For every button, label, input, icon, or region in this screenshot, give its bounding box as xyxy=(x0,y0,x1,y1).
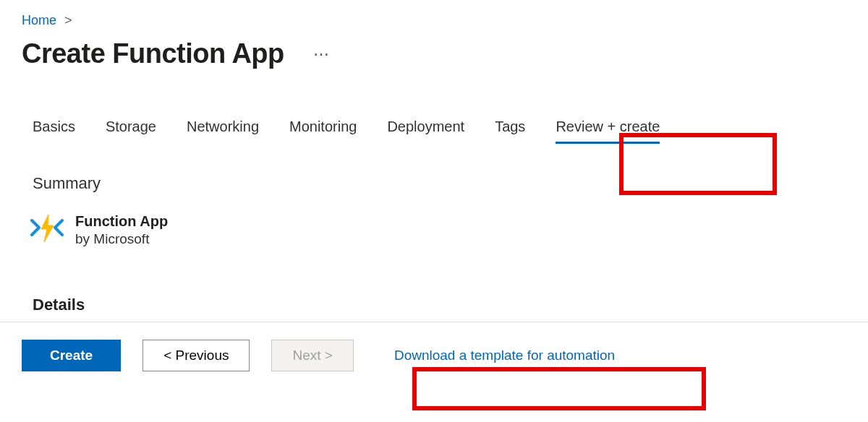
annotation-highlight-link xyxy=(412,367,706,410)
breadcrumb: Home > xyxy=(0,0,868,28)
tab-deployment[interactable]: Deployment xyxy=(387,119,464,142)
previous-button[interactable]: < Previous xyxy=(142,340,250,371)
more-actions-icon[interactable]: ⋯ xyxy=(313,45,330,64)
tab-basics[interactable]: Basics xyxy=(33,119,75,142)
tab-review-create[interactable]: Review + create xyxy=(556,119,660,142)
next-button: Next > xyxy=(271,340,353,371)
summary-app-publisher: by Microsoft xyxy=(75,231,168,247)
tab-storage[interactable]: Storage xyxy=(106,119,156,142)
footer-actions: Create < Previous Next > Download a temp… xyxy=(0,322,868,371)
summary-app-name: Function App xyxy=(75,213,168,230)
tab-monitoring[interactable]: Monitoring xyxy=(289,119,357,142)
details-label: Details xyxy=(0,248,868,322)
summary-app-text: Function App by Microsoft xyxy=(75,213,168,247)
tab-tags[interactable]: Tags xyxy=(495,119,525,142)
download-template-link[interactable]: Download a template for automation xyxy=(394,348,615,363)
title-row: Create Function App ⋯ xyxy=(0,28,868,69)
summary-label: Summary xyxy=(0,142,868,193)
tab-networking[interactable]: Networking xyxy=(187,119,259,142)
breadcrumb-home-link[interactable]: Home xyxy=(22,13,56,27)
function-app-icon xyxy=(29,212,65,248)
tabs: Basics Storage Networking Monitoring Dep… xyxy=(0,69,868,142)
page-title: Create Function App xyxy=(22,38,284,69)
summary-app-row: Function App by Microsoft xyxy=(0,193,868,248)
breadcrumb-separator: > xyxy=(64,13,72,27)
create-button[interactable]: Create xyxy=(22,340,121,371)
